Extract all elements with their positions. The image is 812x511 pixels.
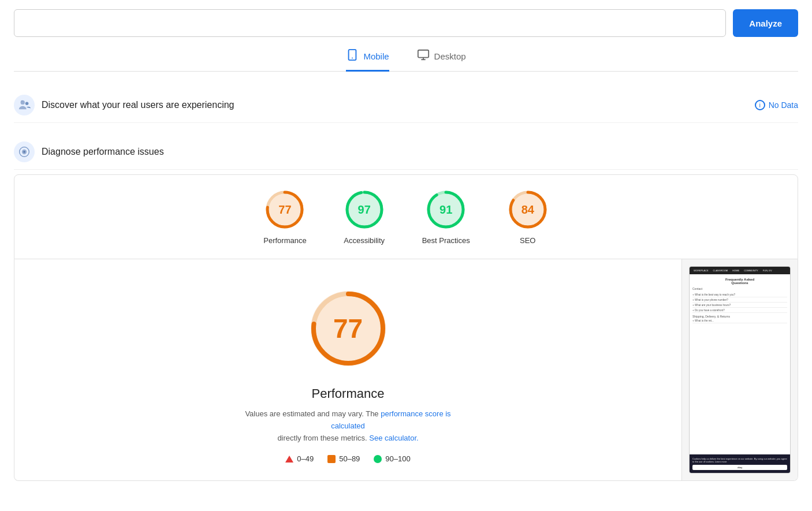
score-ring-accessibility: 97 — [344, 189, 385, 230]
detail-description: Values are estimated and may vary. The p… — [239, 408, 458, 444]
no-data-badge: i No Data — [755, 100, 798, 110]
triangle-icon — [285, 456, 293, 462]
score-label-performance: Performance — [263, 236, 306, 245]
preview-nav-item-3: HOME — [731, 268, 741, 273]
preview-cookie-banner: Cookies help us deliver the best experie… — [690, 454, 790, 473]
tab-desktop[interactable]: Desktop — [417, 49, 466, 72]
see-calculator-link[interactable]: See calculator. — [369, 434, 418, 442]
score-card-performance[interactable]: 77 Performance — [263, 189, 306, 245]
real-users-section: Discover what your real users are experi… — [14, 88, 798, 123]
score-value-performance: 77 — [278, 203, 291, 217]
preview-shipping-item: + What is the ret... — [692, 318, 787, 323]
preview-faq-item-4: + Do you have a storefront? — [692, 308, 787, 313]
tab-desktop-label: Desktop — [434, 51, 466, 61]
score-value-best-practices: 91 — [439, 203, 452, 217]
svg-point-10 — [23, 151, 25, 152]
preview-nav-item-2: CLASSROOM — [712, 268, 730, 273]
real-users-icon — [14, 95, 35, 115]
preview-faq-item-1: + What is the best way to reach you? — [692, 292, 787, 297]
info-icon: i — [755, 100, 765, 110]
score-value-seo: 84 — [522, 203, 534, 217]
legend-high-range: 90–100 — [385, 454, 410, 463]
score-cards-container: 77 Performance 97 Accessibility 91 Best … — [14, 174, 798, 259]
large-score-value: 77 — [333, 313, 363, 344]
svg-point-6 — [25, 102, 29, 106]
score-card-seo[interactable]: 84 SEO — [507, 189, 549, 245]
mobile-icon — [346, 49, 359, 64]
preview-nav: WORKPLACE CLASSROOM HOME COMMUNITY FUN, … — [690, 267, 790, 274]
real-users-title: Discover what your real users are experi… — [42, 100, 234, 110]
preview-contact: Contact — [692, 287, 787, 290]
legend-mid-range: 50–89 — [339, 454, 360, 463]
preview-faq-item-2: + What is your phone number? — [692, 297, 787, 303]
detail-left: 77 Performance Values are estimated and … — [14, 259, 682, 480]
legend-low: 0–49 — [285, 454, 314, 463]
score-ring-best-practices: 91 — [425, 189, 467, 230]
analyze-button[interactable]: Analyze — [733, 9, 798, 37]
preview-nav-item-5: FUN, EV — [761, 268, 774, 273]
url-input[interactable]: https://q7ychdkdaz3fiq8z-41281880214.sho… — [14, 9, 726, 37]
desktop-icon — [417, 49, 430, 64]
detail-section: 77 Performance Values are estimated and … — [14, 259, 798, 481]
tab-mobile-label: Mobile — [363, 51, 389, 61]
diagnose-icon — [14, 141, 35, 162]
score-label-best-practices: Best Practices — [422, 236, 470, 245]
square-icon — [327, 455, 336, 463]
circle-icon — [374, 455, 382, 463]
preview-okay-btn: okay — [692, 465, 787, 470]
score-label-accessibility: Accessibility — [344, 236, 385, 245]
large-score-ring: 77 — [302, 282, 394, 375]
score-ring-seo: 84 — [507, 189, 549, 230]
score-label-seo: SEO — [520, 236, 535, 245]
legend-low-range: 0–49 — [297, 454, 314, 463]
score-card-best-practices[interactable]: 91 Best Practices — [422, 189, 470, 245]
score-ring-performance: 77 — [264, 189, 306, 230]
score-cards-row: 77 Performance 97 Accessibility 91 Best … — [24, 189, 788, 245]
device-tabs: Mobile Desktop — [14, 49, 798, 72]
svg-rect-7 — [21, 100, 23, 102]
legend-row: 0–49 50–89 90–100 — [285, 454, 410, 463]
preview-nav-item-1: WORKPLACE — [692, 268, 710, 273]
no-data-label: No Data — [769, 100, 798, 110]
preview-nav-item-4: COMMUNITY — [742, 268, 760, 273]
preview-body: Frequently AskedQuestions Contact + What… — [690, 274, 790, 327]
preview-faq-title: Frequently AskedQuestions — [692, 278, 787, 285]
score-value-accessibility: 97 — [358, 203, 371, 217]
legend-high: 90–100 — [374, 454, 410, 463]
detail-title: Performance — [312, 386, 385, 401]
diagnose-section-header: Diagnose performance issues — [14, 135, 798, 170]
preview-faq-item-3: + What are your business hours? — [692, 303, 787, 308]
diagnose-title: Diagnose performance issues — [42, 147, 164, 157]
tab-mobile[interactable]: Mobile — [346, 49, 389, 72]
svg-rect-2 — [418, 50, 428, 58]
legend-mid: 50–89 — [327, 454, 360, 463]
score-card-accessibility[interactable]: 97 Accessibility — [344, 189, 385, 245]
device-preview: WORKPLACE CLASSROOM HOME COMMUNITY FUN, … — [689, 266, 791, 473]
device-preview-container: WORKPLACE CLASSROOM HOME COMMUNITY FUN, … — [682, 259, 798, 480]
